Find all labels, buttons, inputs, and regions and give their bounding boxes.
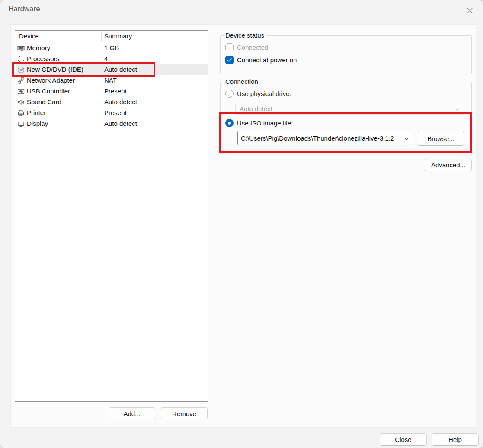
connection-legend: Connection: [224, 78, 260, 85]
physical-drive-select[interactable]: Auto detect: [235, 103, 464, 115]
device-summary: 1 GB: [104, 44, 119, 51]
device-row-network[interactable]: Network Adapter NAT: [16, 75, 208, 86]
printer-icon: [17, 109, 25, 117]
remove-button-label: Remove: [172, 410, 196, 417]
device-summary: Present: [104, 87, 127, 95]
device-name: Sound Card: [27, 98, 61, 106]
device-row-usb[interactable]: USB Controller Present: [16, 86, 208, 97]
browse-button[interactable]: Browse...: [418, 131, 464, 146]
browse-button-label: Browse...: [427, 135, 454, 142]
device-row-processors[interactable]: Processors 4: [16, 54, 208, 64]
usb-icon: [17, 88, 25, 95]
device-summary: NAT: [104, 77, 117, 84]
use-iso-image-radio[interactable]: [225, 119, 234, 127]
memory-icon: [17, 45, 25, 52]
dialog-title: Hardware: [8, 5, 40, 13]
column-header-device[interactable]: Device: [19, 32, 39, 40]
device-name: Network Adapter: [27, 77, 75, 84]
device-name: Printer: [27, 109, 46, 116]
iso-path-combobox[interactable]: C:\Users\Pig\Downloads\Thunder\clonezill…: [237, 131, 413, 145]
help-button[interactable]: Help: [432, 433, 479, 446]
connect-at-power-on-label: Connect at power on: [237, 56, 297, 64]
device-summary: Present: [104, 109, 127, 116]
device-status-group: Device status: [220, 35, 472, 74]
use-physical-drive-radio[interactable]: [225, 90, 234, 98]
display-icon: [17, 120, 25, 128]
device-row-printer[interactable]: Printer Present: [16, 108, 208, 118]
chevron-down-icon: [404, 137, 409, 141]
connected-checkbox[interactable]: [225, 43, 234, 51]
network-adapter-icon: [17, 77, 25, 84]
add-button-label: Add...: [123, 410, 140, 417]
column-divider: [101, 32, 102, 41]
chevron-down-icon: [454, 108, 460, 111]
close-button[interactable]: Close: [380, 433, 427, 446]
iso-path-value: C:\Users\Pig\Downloads\Thunder\clonezill…: [241, 134, 399, 142]
add-button[interactable]: Add...: [109, 407, 155, 419]
advanced-button-label: Advanced...: [431, 161, 465, 169]
titlebar: Hardware: [0, 0, 483, 24]
physical-drive-value: Auto detect: [240, 105, 272, 112]
sound-card-icon: [17, 99, 25, 106]
device-row-display[interactable]: Display Auto detect: [16, 118, 208, 129]
device-summary: Auto detect: [104, 120, 137, 127]
device-name: Processors: [27, 55, 59, 62]
device-summary: Auto detect: [104, 98, 137, 106]
connect-at-power-on-checkbox[interactable]: [225, 56, 234, 64]
processor-icon: [17, 55, 25, 63]
cd-icon: [17, 66, 25, 74]
column-header-summary[interactable]: Summary: [104, 32, 132, 40]
use-physical-drive-label: Use physical drive:: [237, 90, 291, 97]
device-row-sound[interactable]: Sound Card Auto detect: [16, 97, 208, 108]
advanced-button[interactable]: Advanced...: [425, 159, 472, 171]
device-row-memory[interactable]: Memory 1 GB: [16, 43, 208, 54]
use-iso-image-label: Use ISO image file:: [237, 119, 293, 127]
device-status-legend: Device status: [224, 32, 266, 39]
remove-button[interactable]: Remove: [161, 407, 208, 419]
device-summary: Auto detect: [104, 66, 137, 73]
device-name: Memory: [27, 44, 50, 51]
device-row-cd-dvd[interactable]: New CD/DVD (IDE) Auto detect: [16, 64, 208, 75]
help-button-label: Help: [448, 436, 462, 443]
connected-label: Connected: [237, 44, 269, 51]
device-summary: 4: [104, 55, 108, 62]
hardware-dialog: Hardware Device Summary Memory 1 GB: [0, 0, 483, 448]
close-icon[interactable]: [463, 4, 477, 17]
device-list-header: Device Summary: [15, 31, 208, 42]
device-name: Display: [27, 120, 48, 127]
device-list: Device Summary Memory 1 GB Processors 4: [15, 30, 208, 402]
close-button-label: Close: [395, 436, 411, 443]
device-name: New CD/DVD (IDE): [27, 66, 83, 73]
device-name: USB Controller: [27, 87, 70, 95]
